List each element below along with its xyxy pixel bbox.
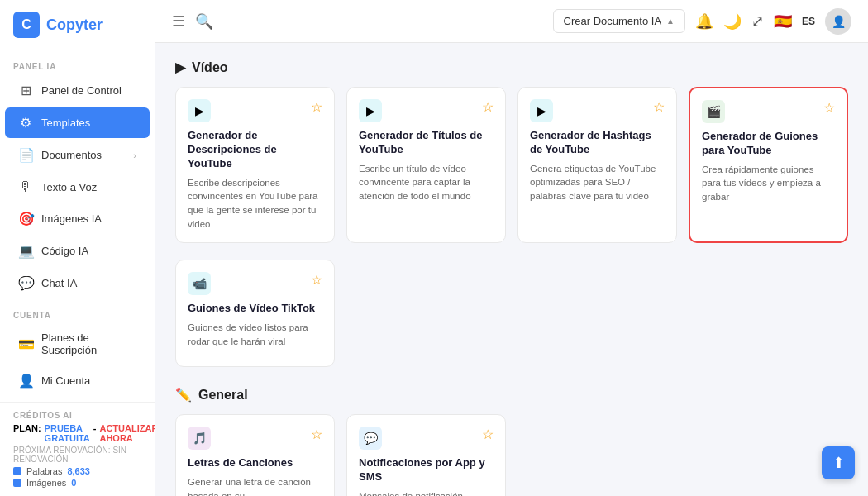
sidebar-item-label: Panel de Control xyxy=(41,84,122,97)
sidebar-item-chat[interactable]: 💬 Chat IA xyxy=(5,268,150,298)
hamburger-icon[interactable]: ☰ xyxy=(172,12,185,31)
card-top: 🎬 ☆ xyxy=(702,100,835,123)
sidebar-item-label: Imágenes IA xyxy=(41,212,102,225)
card-desc: Escribe descripciones convincentes en Yo… xyxy=(188,176,322,231)
card-top: ▶ ☆ xyxy=(188,99,322,122)
images-credit-row: Imágenes 0 xyxy=(13,478,141,488)
logo-icon: C xyxy=(13,12,40,38)
words-credit-row: Palabras 8,633 xyxy=(13,466,141,476)
card-desc: Generar una letra de canción basada en s… xyxy=(188,475,322,496)
chat-icon: 💬 xyxy=(18,275,33,291)
search-icon[interactable]: 🔍 xyxy=(195,12,213,31)
card-top: 🎵 ☆ xyxy=(188,427,322,450)
expand-icon[interactable]: ⤢ xyxy=(751,12,764,31)
card-video-icon: ▶ xyxy=(530,99,553,122)
card-desc: Escribe un título de vídeo convincente p… xyxy=(359,162,494,203)
sidebar-item-label: Texto a Voz xyxy=(41,181,97,193)
sidebar-item-documentos[interactable]: 📄 Documentos › xyxy=(5,140,150,170)
chevron-right-icon: › xyxy=(133,150,136,160)
card-video-icon: ▶ xyxy=(359,99,382,122)
card-top: ▶ ☆ xyxy=(359,99,494,122)
mic-icon: 🎙 xyxy=(18,179,33,194)
card-letras-canciones[interactable]: 🎵 ☆ Letras de Canciones Generar una letr… xyxy=(175,414,335,496)
card-titulos-youtube[interactable]: ▶ ☆ Generador de Títulos de YouTube Escr… xyxy=(346,87,506,243)
code-icon: 💻 xyxy=(18,243,33,259)
create-document-button[interactable]: Crear Documento IA ▲ xyxy=(553,9,685,33)
star-icon[interactable]: ☆ xyxy=(653,99,665,115)
grid-icon: ⊞ xyxy=(18,83,33,98)
video-section-title: ▶ Vídeo xyxy=(175,60,848,75)
card-video-icon: ▶ xyxy=(188,99,211,122)
card-chat-icon: 💬 xyxy=(359,427,382,450)
create-document-label: Crear Documento IA xyxy=(564,15,662,27)
card-title: Generador de Títulos de YouTube xyxy=(359,129,494,157)
logo-text: Copyter xyxy=(46,17,103,34)
card-notificaciones-app[interactable]: 💬 ☆ Notificaciones por App y SMS Mensaje… xyxy=(346,414,506,496)
card-title: Generador de Hashtags de YouTube xyxy=(530,129,665,157)
card-top: ▶ ☆ xyxy=(530,99,665,122)
star-icon[interactable]: ☆ xyxy=(311,427,322,442)
sidebar-item-label: Planes de Suscripción xyxy=(41,331,136,356)
plan-upgrade-link[interactable]: ACTUALIZAR AHORA xyxy=(99,423,155,443)
chevron-up-icon: ▲ xyxy=(666,17,675,26)
card-desc-youtube[interactable]: ▶ ☆ Generador de Descripciones de YouTub… xyxy=(175,87,335,243)
images-label: Imágenes xyxy=(26,478,66,488)
user-avatar[interactable]: 👤 xyxy=(825,8,851,35)
card-title: Generador de Descripciones de YouTube xyxy=(188,129,322,171)
star-icon[interactable]: ☆ xyxy=(823,100,835,116)
card-top: 📹 ☆ xyxy=(188,272,322,295)
sidebar-item-planes[interactable]: 💳 Planes de Suscripción xyxy=(5,324,150,364)
card-desc: Mensajes de notificación xyxy=(359,489,494,496)
topbar: ☰ 🔍 Crear Documento IA ▲ 🔔 🌙 ⤢ 🇪🇸 ES 👤 xyxy=(155,0,868,43)
plan-free-link[interactable]: PRUEBA GRATUITA xyxy=(45,423,90,443)
words-dot xyxy=(13,467,21,475)
card-hashtags-youtube[interactable]: ▶ ☆ Generador de Hashtags de YouTube Gen… xyxy=(517,87,677,243)
image-icon: 🎯 xyxy=(18,211,33,227)
card-title: Generador de Guiones para YouTube xyxy=(702,130,835,158)
content-area: ▶ Vídeo ▶ ☆ Generador de Descripciones d… xyxy=(155,43,868,496)
card-video-icon: 🎬 xyxy=(702,100,725,123)
star-icon[interactable]: ☆ xyxy=(311,272,322,288)
moon-icon[interactable]: 🌙 xyxy=(723,12,742,31)
card-guiones-youtube[interactable]: 🎬 ☆ Generador de Guiones para YouTube Cr… xyxy=(689,87,848,243)
images-count: 0 xyxy=(71,478,76,488)
sidebar-item-panel[interactable]: ⊞ Panel de Control xyxy=(5,75,150,106)
scroll-top-icon: ⬆ xyxy=(832,454,845,472)
document-icon: 📄 xyxy=(18,147,33,163)
subscription-icon: 💳 xyxy=(18,336,33,352)
sidebar-item-label: Mi Cuenta xyxy=(41,374,90,387)
scroll-top-button[interactable]: ⬆ xyxy=(822,446,855,479)
video-section-label: Vídeo xyxy=(192,60,228,75)
sidebar-item-imagenes[interactable]: 🎯 Imágenes IA xyxy=(5,203,150,234)
sidebar-item-codigo[interactable]: 💻 Código IA xyxy=(5,236,150,266)
general-section: ✏️ General 🎵 ☆ Letras de Canciones Gener… xyxy=(175,387,848,496)
card-music-icon: 🎵 xyxy=(188,427,211,450)
plan-label-text: PLAN: xyxy=(13,423,41,443)
star-icon[interactable]: ☆ xyxy=(482,427,494,442)
sidebar-item-texto[interactable]: 🎙 Texto a Voz xyxy=(5,172,150,202)
sidebar-item-templates[interactable]: ⚙ Templates xyxy=(5,107,150,138)
sidebar-credits: CRÉDITOS AI PLAN: PRUEBA GRATUITA - ACTU… xyxy=(0,402,155,496)
card-guiones-tiktok[interactable]: 📹 ☆ Guiones de Vídeo TikTok Guiones de v… xyxy=(175,260,335,367)
star-icon[interactable]: ☆ xyxy=(482,99,494,115)
cuenta-label: CUENTA xyxy=(0,299,155,323)
notification-bell-icon[interactable]: 🔔 xyxy=(695,12,713,31)
card-top: 💬 ☆ xyxy=(359,427,494,450)
renewal-label: PRÓXIMA RENOVACIÓN: SIN RENOVACIÓN xyxy=(13,446,141,464)
user-icon: 👤 xyxy=(18,373,33,389)
language-label: ES xyxy=(802,16,815,27)
card-video-icon: 📹 xyxy=(188,272,211,295)
sidebar-item-cuenta[interactable]: 👤 Mi Cuenta xyxy=(5,365,150,396)
star-icon[interactable]: ☆ xyxy=(311,99,322,115)
flag-icon[interactable]: 🇪🇸 xyxy=(774,12,792,31)
words-count: 8,633 xyxy=(67,466,90,476)
card-desc: Guiones de vídeo listos para rodar que l… xyxy=(188,321,322,348)
images-dot xyxy=(13,479,21,487)
sidebar: C Copyter PANEL IA ⊞ Panel de Control ⚙ … xyxy=(0,0,155,496)
pencil-icon: ✏️ xyxy=(175,387,192,403)
sidebar-item-label: Código IA xyxy=(41,245,88,257)
templates-icon: ⚙ xyxy=(18,115,33,131)
general-cards-grid: 🎵 ☆ Letras de Canciones Generar una letr… xyxy=(175,414,848,496)
sidebar-item-label: Templates xyxy=(41,117,90,129)
video-cards-grid: ▶ ☆ Generador de Descripciones de YouTub… xyxy=(175,87,848,243)
